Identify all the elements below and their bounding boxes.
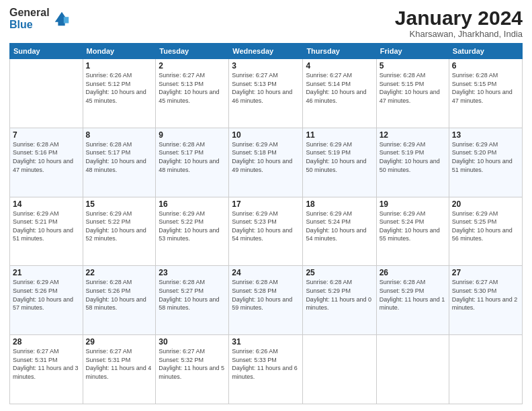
logo: General Blue	[9, 7, 71, 30]
day-number: 6	[452, 61, 519, 71]
table-row: 7Sunrise: 6:28 AMSunset: 5:16 PMDaylight…	[10, 128, 83, 197]
day-number: 19	[380, 199, 446, 209]
table-row: 29Sunrise: 6:27 AMSunset: 5:31 PMDayligh…	[83, 335, 156, 404]
day-info: Sunrise: 6:28 AMSunset: 5:26 PMDaylight:…	[86, 278, 153, 312]
day-info: Sunrise: 6:29 AMSunset: 5:25 PMDaylight:…	[452, 210, 519, 243]
table-row: 20Sunrise: 6:29 AMSunset: 5:25 PMDayligh…	[449, 197, 522, 266]
day-number: 14	[13, 199, 80, 209]
day-info: Sunrise: 6:27 AMSunset: 5:31 PMDaylight:…	[86, 347, 153, 381]
table-row: 3Sunrise: 6:27 AMSunset: 5:13 PMDaylight…	[229, 59, 303, 128]
svg-marker-2	[63, 17, 68, 23]
title-section: January 2024 Kharsawan, Jharkhand, India	[395, 7, 523, 39]
calendar-page: General Blue January 2024 Kharsawan, Jha…	[0, 0, 532, 411]
table-row: 28Sunrise: 6:27 AMSunset: 5:31 PMDayligh…	[10, 335, 83, 404]
table-row: 12Sunrise: 6:29 AMSunset: 5:19 PMDayligh…	[376, 128, 449, 197]
day-info: Sunrise: 6:29 AMSunset: 5:19 PMDaylight:…	[380, 140, 446, 174]
table-row: 10Sunrise: 6:29 AMSunset: 5:18 PMDayligh…	[229, 128, 303, 197]
day-info: Sunrise: 6:26 AMSunset: 5:12 PMDaylight:…	[86, 71, 153, 105]
logo-icon	[52, 9, 71, 28]
day-number: 17	[232, 199, 300, 209]
table-row: 5Sunrise: 6:28 AMSunset: 5:15 PMDaylight…	[376, 59, 449, 128]
day-number: 22	[86, 268, 153, 277]
table-row	[10, 59, 83, 128]
day-info: Sunrise: 6:28 AMSunset: 5:17 PMDaylight:…	[159, 140, 226, 174]
week-row-2: 14Sunrise: 6:29 AMSunset: 5:21 PMDayligh…	[10, 197, 523, 266]
table-row: 31Sunrise: 6:26 AMSunset: 5:33 PMDayligh…	[229, 335, 303, 404]
day-number: 10	[232, 130, 300, 140]
day-number: 7	[13, 130, 80, 140]
day-number: 28	[13, 337, 80, 347]
table-row	[303, 335, 376, 404]
day-info: Sunrise: 6:28 AMSunset: 5:29 PMDaylight:…	[380, 278, 446, 312]
day-number: 25	[306, 268, 373, 277]
col-wednesday: Wednesday	[229, 44, 303, 59]
header-row: Sunday Monday Tuesday Wednesday Thursday…	[10, 44, 523, 59]
week-row-3: 21Sunrise: 6:29 AMSunset: 5:26 PMDayligh…	[10, 266, 523, 335]
day-number: 20	[452, 199, 519, 209]
day-info: Sunrise: 6:29 AMSunset: 5:21 PMDaylight:…	[13, 210, 80, 243]
day-number: 27	[452, 268, 519, 277]
day-info: Sunrise: 6:28 AMSunset: 5:17 PMDaylight:…	[86, 140, 153, 174]
day-number: 1	[86, 61, 153, 71]
table-row: 6Sunrise: 6:28 AMSunset: 5:15 PMDaylight…	[449, 59, 522, 128]
day-info: Sunrise: 6:29 AMSunset: 5:22 PMDaylight:…	[86, 210, 153, 243]
day-info: Sunrise: 6:29 AMSunset: 5:24 PMDaylight:…	[306, 210, 373, 243]
day-info: Sunrise: 6:27 AMSunset: 5:30 PMDaylight:…	[452, 278, 519, 312]
day-info: Sunrise: 6:29 AMSunset: 5:18 PMDaylight:…	[232, 140, 300, 174]
day-number: 26	[380, 268, 446, 277]
location: Kharsawan, Jharkhand, India	[395, 29, 523, 39]
day-info: Sunrise: 6:27 AMSunset: 5:31 PMDaylight:…	[13, 347, 80, 381]
day-info: Sunrise: 6:29 AMSunset: 5:19 PMDaylight:…	[306, 140, 373, 174]
table-row: 23Sunrise: 6:28 AMSunset: 5:27 PMDayligh…	[156, 266, 229, 335]
day-info: Sunrise: 6:29 AMSunset: 5:22 PMDaylight:…	[159, 210, 226, 243]
table-row: 2Sunrise: 6:27 AMSunset: 5:13 PMDaylight…	[156, 59, 229, 128]
day-number: 21	[13, 268, 80, 277]
col-thursday: Thursday	[303, 44, 376, 59]
day-info: Sunrise: 6:28 AMSunset: 5:15 PMDaylight:…	[452, 71, 519, 105]
table-row: 26Sunrise: 6:28 AMSunset: 5:29 PMDayligh…	[376, 266, 449, 335]
header: General Blue January 2024 Kharsawan, Jha…	[9, 7, 523, 39]
day-number: 24	[232, 268, 300, 277]
day-number: 12	[380, 130, 446, 140]
week-row-0: 1Sunrise: 6:26 AMSunset: 5:12 PMDaylight…	[10, 59, 523, 128]
table-row: 8Sunrise: 6:28 AMSunset: 5:17 PMDaylight…	[83, 128, 156, 197]
week-row-1: 7Sunrise: 6:28 AMSunset: 5:16 PMDaylight…	[10, 128, 523, 197]
calendar-table: Sunday Monday Tuesday Wednesday Thursday…	[9, 43, 523, 404]
col-saturday: Saturday	[449, 44, 522, 59]
day-info: Sunrise: 6:28 AMSunset: 5:27 PMDaylight:…	[159, 278, 226, 312]
day-number: 16	[159, 199, 226, 209]
day-number: 31	[232, 337, 300, 347]
day-number: 23	[159, 268, 226, 277]
day-info: Sunrise: 6:29 AMSunset: 5:20 PMDaylight:…	[452, 140, 519, 174]
day-info: Sunrise: 6:29 AMSunset: 5:24 PMDaylight:…	[380, 210, 446, 243]
table-row: 14Sunrise: 6:29 AMSunset: 5:21 PMDayligh…	[10, 197, 83, 266]
table-row: 11Sunrise: 6:29 AMSunset: 5:19 PMDayligh…	[303, 128, 376, 197]
day-info: Sunrise: 6:27 AMSunset: 5:13 PMDaylight:…	[159, 71, 226, 105]
day-number: 11	[306, 130, 373, 140]
table-row: 18Sunrise: 6:29 AMSunset: 5:24 PMDayligh…	[303, 197, 376, 266]
day-info: Sunrise: 6:27 AMSunset: 5:14 PMDaylight:…	[306, 71, 373, 105]
table-row: 15Sunrise: 6:29 AMSunset: 5:22 PMDayligh…	[83, 197, 156, 266]
table-row: 16Sunrise: 6:29 AMSunset: 5:22 PMDayligh…	[156, 197, 229, 266]
table-row	[376, 335, 449, 404]
table-row: 4Sunrise: 6:27 AMSunset: 5:14 PMDaylight…	[303, 59, 376, 128]
table-row: 1Sunrise: 6:26 AMSunset: 5:12 PMDaylight…	[83, 59, 156, 128]
day-info: Sunrise: 6:29 AMSunset: 5:26 PMDaylight:…	[13, 278, 80, 312]
week-row-4: 28Sunrise: 6:27 AMSunset: 5:31 PMDayligh…	[10, 335, 523, 404]
day-number: 5	[380, 61, 446, 71]
month-title: January 2024	[395, 7, 523, 29]
logo-text: General Blue	[9, 7, 50, 30]
logo-general: General	[9, 7, 50, 19]
table-row: 13Sunrise: 6:29 AMSunset: 5:20 PMDayligh…	[449, 128, 522, 197]
day-info: Sunrise: 6:28 AMSunset: 5:28 PMDaylight:…	[232, 278, 300, 312]
col-friday: Friday	[376, 44, 449, 59]
day-number: 3	[232, 61, 300, 71]
day-info: Sunrise: 6:28 AMSunset: 5:15 PMDaylight:…	[380, 71, 446, 105]
table-row: 19Sunrise: 6:29 AMSunset: 5:24 PMDayligh…	[376, 197, 449, 266]
day-number: 4	[306, 61, 373, 71]
table-row: 22Sunrise: 6:28 AMSunset: 5:26 PMDayligh…	[83, 266, 156, 335]
table-row: 30Sunrise: 6:27 AMSunset: 5:32 PMDayligh…	[156, 335, 229, 404]
day-number: 29	[86, 337, 153, 347]
table-row: 21Sunrise: 6:29 AMSunset: 5:26 PMDayligh…	[10, 266, 83, 335]
table-row: 9Sunrise: 6:28 AMSunset: 5:17 PMDaylight…	[156, 128, 229, 197]
